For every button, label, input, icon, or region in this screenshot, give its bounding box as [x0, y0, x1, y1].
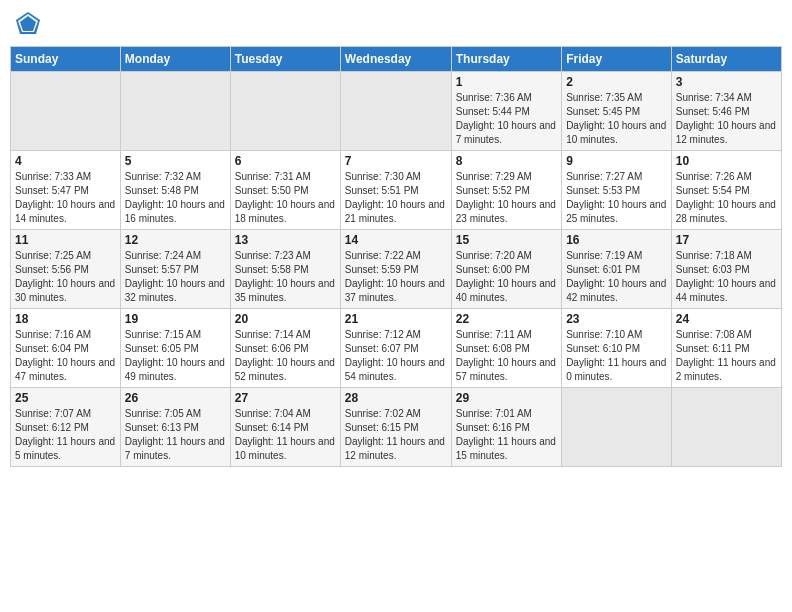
day-info: Sunrise: 7:27 AMSunset: 5:53 PMDaylight:…	[566, 170, 667, 226]
day-number: 29	[456, 391, 557, 405]
day-info: Sunrise: 7:30 AMSunset: 5:51 PMDaylight:…	[345, 170, 447, 226]
day-number: 9	[566, 154, 667, 168]
calendar-cell: 4Sunrise: 7:33 AMSunset: 5:47 PMDaylight…	[11, 151, 121, 230]
day-info: Sunrise: 7:12 AMSunset: 6:07 PMDaylight:…	[345, 328, 447, 384]
logo	[14, 10, 46, 38]
day-number: 10	[676, 154, 777, 168]
day-number: 13	[235, 233, 336, 247]
calendar-week-row: 4Sunrise: 7:33 AMSunset: 5:47 PMDaylight…	[11, 151, 782, 230]
calendar-week-row: 11Sunrise: 7:25 AMSunset: 5:56 PMDayligh…	[11, 230, 782, 309]
day-number: 24	[676, 312, 777, 326]
calendar-cell: 29Sunrise: 7:01 AMSunset: 6:16 PMDayligh…	[451, 388, 561, 467]
calendar-week-row: 25Sunrise: 7:07 AMSunset: 6:12 PMDayligh…	[11, 388, 782, 467]
calendar-cell: 7Sunrise: 7:30 AMSunset: 5:51 PMDaylight…	[340, 151, 451, 230]
calendar-cell: 2Sunrise: 7:35 AMSunset: 5:45 PMDaylight…	[562, 72, 672, 151]
day-number: 15	[456, 233, 557, 247]
day-info: Sunrise: 7:33 AMSunset: 5:47 PMDaylight:…	[15, 170, 116, 226]
day-number: 19	[125, 312, 226, 326]
day-number: 21	[345, 312, 447, 326]
calendar-cell: 27Sunrise: 7:04 AMSunset: 6:14 PMDayligh…	[230, 388, 340, 467]
calendar-cell: 9Sunrise: 7:27 AMSunset: 5:53 PMDaylight…	[562, 151, 672, 230]
calendar-cell: 15Sunrise: 7:20 AMSunset: 6:00 PMDayligh…	[451, 230, 561, 309]
calendar-cell	[562, 388, 672, 467]
day-info: Sunrise: 7:08 AMSunset: 6:11 PMDaylight:…	[676, 328, 777, 384]
day-number: 4	[15, 154, 116, 168]
calendar-cell: 3Sunrise: 7:34 AMSunset: 5:46 PMDaylight…	[671, 72, 781, 151]
day-info: Sunrise: 7:15 AMSunset: 6:05 PMDaylight:…	[125, 328, 226, 384]
day-number: 6	[235, 154, 336, 168]
calendar-cell: 11Sunrise: 7:25 AMSunset: 5:56 PMDayligh…	[11, 230, 121, 309]
calendar-cell: 16Sunrise: 7:19 AMSunset: 6:01 PMDayligh…	[562, 230, 672, 309]
calendar-cell: 28Sunrise: 7:02 AMSunset: 6:15 PMDayligh…	[340, 388, 451, 467]
day-number: 16	[566, 233, 667, 247]
day-info: Sunrise: 7:11 AMSunset: 6:08 PMDaylight:…	[456, 328, 557, 384]
calendar-cell: 12Sunrise: 7:24 AMSunset: 5:57 PMDayligh…	[120, 230, 230, 309]
day-number: 2	[566, 75, 667, 89]
calendar-cell: 10Sunrise: 7:26 AMSunset: 5:54 PMDayligh…	[671, 151, 781, 230]
calendar-table: SundayMondayTuesdayWednesdayThursdayFrid…	[10, 46, 782, 467]
day-info: Sunrise: 7:22 AMSunset: 5:59 PMDaylight:…	[345, 249, 447, 305]
day-number: 5	[125, 154, 226, 168]
calendar-cell	[11, 72, 121, 151]
day-number: 1	[456, 75, 557, 89]
calendar-cell	[120, 72, 230, 151]
calendar-cell: 23Sunrise: 7:10 AMSunset: 6:10 PMDayligh…	[562, 309, 672, 388]
day-number: 23	[566, 312, 667, 326]
logo-icon	[14, 10, 42, 38]
calendar-cell: 20Sunrise: 7:14 AMSunset: 6:06 PMDayligh…	[230, 309, 340, 388]
calendar-header-row: SundayMondayTuesdayWednesdayThursdayFrid…	[11, 47, 782, 72]
calendar-cell	[230, 72, 340, 151]
day-info: Sunrise: 7:01 AMSunset: 6:16 PMDaylight:…	[456, 407, 557, 463]
day-info: Sunrise: 7:07 AMSunset: 6:12 PMDaylight:…	[15, 407, 116, 463]
day-number: 12	[125, 233, 226, 247]
day-number: 7	[345, 154, 447, 168]
calendar-cell: 6Sunrise: 7:31 AMSunset: 5:50 PMDaylight…	[230, 151, 340, 230]
day-number: 18	[15, 312, 116, 326]
calendar-cell: 13Sunrise: 7:23 AMSunset: 5:58 PMDayligh…	[230, 230, 340, 309]
weekday-header: Saturday	[671, 47, 781, 72]
calendar-cell: 8Sunrise: 7:29 AMSunset: 5:52 PMDaylight…	[451, 151, 561, 230]
day-info: Sunrise: 7:32 AMSunset: 5:48 PMDaylight:…	[125, 170, 226, 226]
day-info: Sunrise: 7:05 AMSunset: 6:13 PMDaylight:…	[125, 407, 226, 463]
calendar-cell: 25Sunrise: 7:07 AMSunset: 6:12 PMDayligh…	[11, 388, 121, 467]
calendar-cell: 17Sunrise: 7:18 AMSunset: 6:03 PMDayligh…	[671, 230, 781, 309]
calendar-cell: 22Sunrise: 7:11 AMSunset: 6:08 PMDayligh…	[451, 309, 561, 388]
day-info: Sunrise: 7:29 AMSunset: 5:52 PMDaylight:…	[456, 170, 557, 226]
day-number: 22	[456, 312, 557, 326]
calendar-cell	[671, 388, 781, 467]
page-header	[10, 10, 782, 38]
day-info: Sunrise: 7:04 AMSunset: 6:14 PMDaylight:…	[235, 407, 336, 463]
calendar-cell: 1Sunrise: 7:36 AMSunset: 5:44 PMDaylight…	[451, 72, 561, 151]
calendar-cell: 21Sunrise: 7:12 AMSunset: 6:07 PMDayligh…	[340, 309, 451, 388]
day-info: Sunrise: 7:20 AMSunset: 6:00 PMDaylight:…	[456, 249, 557, 305]
calendar-cell: 26Sunrise: 7:05 AMSunset: 6:13 PMDayligh…	[120, 388, 230, 467]
day-info: Sunrise: 7:10 AMSunset: 6:10 PMDaylight:…	[566, 328, 667, 384]
weekday-header: Sunday	[11, 47, 121, 72]
day-info: Sunrise: 7:14 AMSunset: 6:06 PMDaylight:…	[235, 328, 336, 384]
day-info: Sunrise: 7:23 AMSunset: 5:58 PMDaylight:…	[235, 249, 336, 305]
calendar-cell: 14Sunrise: 7:22 AMSunset: 5:59 PMDayligh…	[340, 230, 451, 309]
day-info: Sunrise: 7:26 AMSunset: 5:54 PMDaylight:…	[676, 170, 777, 226]
calendar-cell: 5Sunrise: 7:32 AMSunset: 5:48 PMDaylight…	[120, 151, 230, 230]
weekday-header: Wednesday	[340, 47, 451, 72]
day-number: 27	[235, 391, 336, 405]
weekday-header: Tuesday	[230, 47, 340, 72]
day-info: Sunrise: 7:18 AMSunset: 6:03 PMDaylight:…	[676, 249, 777, 305]
day-number: 8	[456, 154, 557, 168]
day-number: 25	[15, 391, 116, 405]
weekday-header: Thursday	[451, 47, 561, 72]
day-info: Sunrise: 7:35 AMSunset: 5:45 PMDaylight:…	[566, 91, 667, 147]
day-number: 14	[345, 233, 447, 247]
day-number: 3	[676, 75, 777, 89]
day-info: Sunrise: 7:25 AMSunset: 5:56 PMDaylight:…	[15, 249, 116, 305]
calendar-cell: 19Sunrise: 7:15 AMSunset: 6:05 PMDayligh…	[120, 309, 230, 388]
weekday-header: Friday	[562, 47, 672, 72]
day-info: Sunrise: 7:02 AMSunset: 6:15 PMDaylight:…	[345, 407, 447, 463]
day-info: Sunrise: 7:19 AMSunset: 6:01 PMDaylight:…	[566, 249, 667, 305]
day-number: 26	[125, 391, 226, 405]
day-info: Sunrise: 7:31 AMSunset: 5:50 PMDaylight:…	[235, 170, 336, 226]
day-number: 20	[235, 312, 336, 326]
day-number: 11	[15, 233, 116, 247]
calendar-cell: 18Sunrise: 7:16 AMSunset: 6:04 PMDayligh…	[11, 309, 121, 388]
day-info: Sunrise: 7:36 AMSunset: 5:44 PMDaylight:…	[456, 91, 557, 147]
